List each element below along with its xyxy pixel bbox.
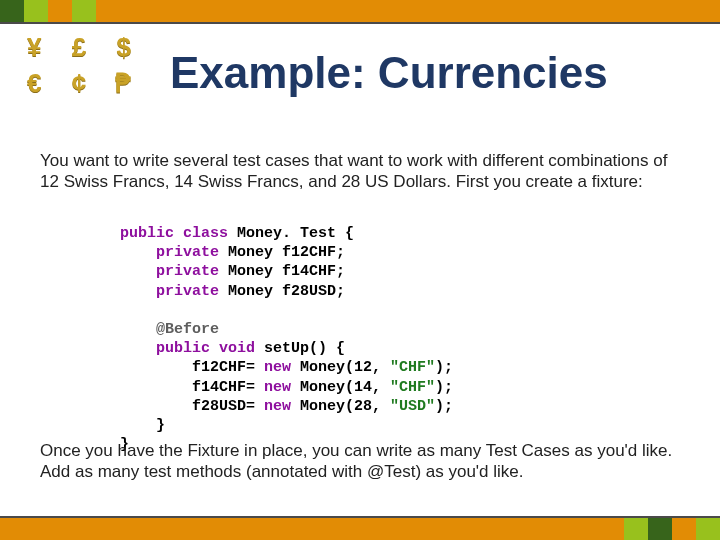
code-line: private Money f12CHF; [156, 244, 345, 261]
code-line: } [156, 417, 165, 434]
euro-icon: € [14, 70, 55, 104]
code-line: private Money f14CHF; [156, 263, 345, 280]
outro-paragraph: Once you have the Fixture in place, you … [40, 440, 680, 483]
top-rule [0, 22, 720, 24]
bottom-decorative-bar [0, 518, 720, 540]
peso-icon: ₱ [103, 70, 144, 104]
currency-icons: ¥ £ $ € ¢ ₱ [14, 34, 144, 104]
yen-icon: ¥ [14, 34, 55, 68]
code-line: private Money f28USD; [156, 283, 345, 300]
top-decorative-bar [0, 0, 720, 22]
code-line: public void setUp() { [156, 340, 345, 357]
code-line: @Before [156, 321, 219, 338]
slide-title: Example: Currencies [170, 48, 608, 98]
cent-icon: ¢ [59, 70, 100, 104]
code-line: f28USD= new Money(28, "USD"); [192, 398, 453, 415]
code-line: f12CHF= new Money(12, "CHF"); [192, 359, 453, 376]
code-line: public class Money. Test { [120, 225, 354, 242]
pound-icon: £ [59, 34, 100, 68]
dollar-icon: $ [103, 34, 144, 68]
intro-paragraph: You want to write several test cases tha… [40, 150, 680, 193]
code-line: f14CHF= new Money(14, "CHF"); [192, 379, 453, 396]
code-block: public class Money. Test { private Money… [120, 224, 453, 454]
